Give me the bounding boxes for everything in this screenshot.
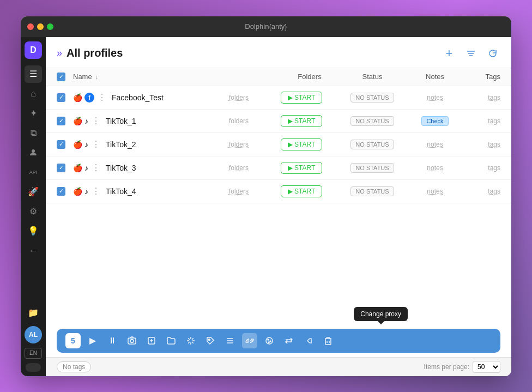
toolbar-pause-button[interactable]: ⏸ bbox=[105, 333, 120, 348]
row-tags[interactable]: tags bbox=[462, 187, 500, 195]
header-actions: + bbox=[442, 46, 500, 61]
filter-button[interactable] bbox=[463, 46, 479, 61]
row-status: ▶ START bbox=[266, 162, 337, 174]
toolbar-share-button[interactable] bbox=[301, 333, 316, 348]
row-folders[interactable]: folders bbox=[211, 187, 266, 195]
tiktok-icon: ♪ bbox=[84, 164, 88, 172]
svg-point-14 bbox=[268, 339, 269, 340]
row-status: ▶ START bbox=[266, 185, 337, 197]
sidebar-item-profiles[interactable]: ☰ bbox=[25, 65, 42, 83]
apple-icon: 🍎 bbox=[73, 164, 82, 172]
window-title: Dolphin{anty} bbox=[245, 22, 287, 31]
notes-column-header: Notes bbox=[408, 73, 462, 81]
toolbar-play-button[interactable]: ▶ bbox=[85, 333, 100, 348]
name-column-header[interactable]: Name ↓ bbox=[73, 73, 282, 81]
svg-rect-4 bbox=[128, 338, 136, 344]
toolbar-delete-button[interactable] bbox=[321, 333, 336, 348]
start-button[interactable]: ▶ START bbox=[281, 162, 323, 174]
sidebar-item-api[interactable]: API bbox=[25, 164, 42, 181]
toolbar-tag-button[interactable] bbox=[203, 333, 218, 348]
profile-name: TikTok_2 bbox=[106, 140, 211, 149]
start-button[interactable]: ▶ START bbox=[281, 92, 323, 104]
theme-toggle[interactable] bbox=[26, 363, 41, 372]
row-platform-icons: 🍎 ♪ bbox=[73, 187, 88, 196]
row-menu-button[interactable]: ⋮ bbox=[96, 92, 107, 102]
row-notes[interactable]: notes bbox=[408, 164, 462, 172]
avatar[interactable]: AL bbox=[25, 326, 42, 343]
footer-bar: No tags Items per page: 50 100 200 bbox=[46, 357, 511, 376]
row-notes[interactable]: notes bbox=[408, 140, 462, 148]
language-selector[interactable]: EN bbox=[25, 348, 42, 359]
facebook-icon: f bbox=[84, 93, 94, 102]
svg-point-16 bbox=[268, 342, 269, 343]
row-tags[interactable]: tags bbox=[462, 117, 500, 125]
row-notes[interactable]: notes bbox=[408, 93, 462, 101]
svg-point-15 bbox=[270, 341, 271, 342]
sort-icon: ↓ bbox=[95, 74, 99, 80]
row-tags[interactable]: tags bbox=[462, 140, 500, 148]
toolbar-automation-button[interactable] bbox=[183, 333, 198, 348]
row-menu-button[interactable]: ⋮ bbox=[90, 116, 101, 126]
row-menu-button[interactable]: ⋮ bbox=[90, 162, 101, 173]
row-checkbox-5[interactable]: ✓ bbox=[57, 187, 73, 196]
no-tags-badge[interactable]: No tags bbox=[57, 361, 91, 372]
main-content: » All profiles + bbox=[46, 37, 511, 376]
table-body: ✓ 🍎 f ⋮ Facebook_Test folders ▶ START bbox=[46, 86, 511, 329]
toolbar-cookie-button[interactable] bbox=[262, 333, 277, 348]
row-tags[interactable]: tags bbox=[462, 93, 500, 101]
toolbar-folder-button[interactable] bbox=[164, 333, 179, 348]
minimize-button[interactable] bbox=[37, 23, 44, 30]
items-per-page-select[interactable]: 50 100 200 bbox=[473, 361, 500, 373]
row-folders[interactable]: folders bbox=[211, 93, 266, 101]
sidebar-item-layers[interactable]: ⧉ bbox=[25, 124, 42, 142]
toolbar-transfer-button[interactable] bbox=[281, 333, 297, 348]
sidebar-item-back[interactable]: ← bbox=[25, 242, 42, 260]
selected-count: 5 bbox=[65, 333, 81, 348]
refresh-button[interactable] bbox=[485, 46, 500, 61]
row-status-badge: NO STATUS bbox=[337, 163, 408, 173]
toolbar-import-button[interactable] bbox=[144, 333, 159, 348]
row-tags[interactable]: tags bbox=[462, 164, 500, 172]
sidebar-item-links[interactable]: ⌂ bbox=[25, 85, 42, 102]
close-button[interactable] bbox=[27, 23, 34, 30]
row-status: ▶ START bbox=[266, 115, 337, 127]
row-menu-button[interactable]: ⋮ bbox=[90, 139, 101, 149]
row-checkbox-4[interactable]: ✓ bbox=[57, 164, 73, 172]
row-checkbox-3[interactable]: ✓ bbox=[57, 140, 73, 149]
row-folders[interactable]: folders bbox=[211, 164, 266, 172]
row-folders[interactable]: folders bbox=[211, 140, 266, 148]
sidebar-item-settings[interactable]: ⚙ bbox=[25, 203, 42, 220]
items-per-page: Items per page: 50 100 200 bbox=[424, 361, 500, 373]
tiktok-icon: ♪ bbox=[84, 117, 88, 125]
row-platform-icons: 🍎 ♪ bbox=[73, 140, 88, 149]
sidebar-item-folder[interactable]: 📁 bbox=[25, 304, 42, 322]
page-title: All profiles bbox=[66, 47, 123, 59]
row-menu-button[interactable]: ⋮ bbox=[90, 186, 101, 196]
row-checkbox-2[interactable]: ✓ bbox=[57, 117, 73, 125]
sidebar-item-bulb[interactable]: 💡 bbox=[25, 222, 42, 240]
toolbar-screenshot-button[interactable] bbox=[124, 333, 140, 348]
sidebar-item-stars[interactable]: ✦ bbox=[25, 105, 42, 122]
profile-name: Facebook_Test bbox=[112, 93, 211, 102]
table-row: ✓ 🍎 ♪ ⋮ TikTok_3 folders ▶ START bbox=[46, 156, 511, 180]
toolbar-list-button[interactable] bbox=[222, 333, 238, 348]
bottom-toolbar-wrapper: Change proxy 5 ▶ ⏸ bbox=[46, 329, 511, 357]
row-checkbox-1[interactable]: ✓ bbox=[57, 93, 73, 102]
traffic-lights bbox=[27, 23, 53, 30]
table-row: ✓ 🍎 ♪ ⋮ TikTok_1 folders ▶ START bbox=[46, 110, 511, 133]
maximize-button[interactable] bbox=[47, 23, 53, 30]
row-notes[interactable]: notes bbox=[408, 187, 462, 195]
row-folders[interactable]: folders bbox=[211, 117, 266, 125]
start-button[interactable]: ▶ START bbox=[281, 138, 323, 150]
select-all-checkbox[interactable]: ✓ bbox=[57, 73, 73, 81]
toolbar-proxy-button[interactable] bbox=[242, 333, 257, 348]
sidebar-item-rocket[interactable]: 🚀 bbox=[25, 183, 42, 201]
app-logo: D bbox=[25, 41, 42, 59]
apple-icon: 🍎 bbox=[73, 140, 82, 149]
start-button[interactable]: ▶ START bbox=[281, 115, 323, 127]
add-profile-button[interactable]: + bbox=[442, 46, 457, 61]
sidebar-item-users[interactable] bbox=[25, 144, 42, 161]
row-notes-highlight[interactable]: Check bbox=[408, 117, 462, 125]
start-button[interactable]: ▶ START bbox=[281, 185, 323, 197]
app-body: D ☰ ⌂ ✦ ⧉ API 🚀 ⚙ 💡 ← 📁 AL EN » All bbox=[21, 37, 511, 376]
